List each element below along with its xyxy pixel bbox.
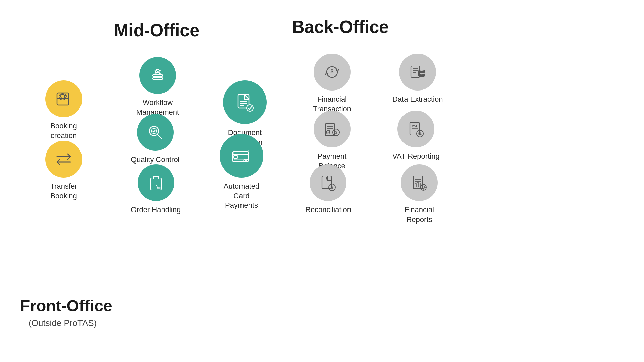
svg-rect-65 [417,182,418,187]
svg-point-2 [61,94,65,98]
vat-label: VAT Reporting [392,152,440,161]
card-label: Automated Card Payments [215,182,268,210]
data-extraction-icon-circle [399,54,436,90]
financial-reports-icon-circle [401,164,438,201]
svg-rect-66 [419,183,420,187]
svg-text:$: $ [326,177,328,181]
order-icon-circle [138,164,174,201]
svg-rect-9 [153,78,163,79]
financial-reports-icon [409,173,429,193]
booking-icon [54,89,74,109]
svg-text:VAT: VAT [412,124,418,128]
order-icon [146,173,166,193]
financial-tx-group: $ Financial Transaction [305,54,359,114]
financial-reports-group: Financial Reports [392,164,446,224]
card-group: Automated Card Payments [215,134,268,210]
quality-icon [145,122,165,142]
svg-rect-3 [59,95,60,97]
card-icon [230,144,253,168]
workflow-group: Workflow Management [131,57,184,117]
svg-text:$: $ [331,69,334,74]
data-extraction-group: Data Extraction [392,54,443,104]
svg-text:%: % [418,132,422,136]
reconciliation-label: Reconciliation [305,205,351,215]
order-group: Order Handling [131,164,181,215]
order-label: Order Handling [131,205,181,215]
vat-icon-circle: VAT % [397,111,434,147]
payment-icon-circle: $ $ [314,111,351,147]
payment-icon: $ $ [322,119,342,139]
vat-icon: VAT % [406,119,426,139]
workflow-icon-circle [139,57,176,94]
transfer-group: Transfer Booking [37,141,91,201]
booking-icon-circle [45,80,82,117]
front-office-header: Front-Office [20,297,112,315]
booking-group: Booking creation [37,80,91,140]
card-icon-circle [220,134,263,178]
transfer-icon [54,149,74,169]
financial-reports-label: Financial Reports [392,205,446,224]
svg-text:$: $ [335,130,337,135]
svg-text:$: $ [331,185,333,190]
svg-point-10 [157,71,159,73]
svg-rect-64 [415,184,416,187]
quality-group: Quality Control [131,114,180,165]
front-office-subheader: (Outside ProTAS) [29,318,97,328]
data-extraction-icon [408,62,428,82]
transfer-label: Transfer Booking [37,182,91,201]
data-extraction-label: Data Extraction [392,95,443,104]
svg-rect-8 [153,75,163,76]
page-container: Mid-Office Back-Office Front-Office (Out… [0,0,644,362]
financial-tx-icon: $ [322,62,342,82]
quality-icon-circle [137,114,174,151]
document-icon-circle [223,80,267,124]
transfer-icon-circle [45,141,82,178]
svg-rect-27 [234,156,238,158]
document-icon [233,90,257,114]
payment-group: $ $ Payment Balance [305,111,359,171]
vat-group: VAT % VAT Reporting [392,111,440,161]
quality-label: Quality Control [131,155,180,165]
reconciliation-icon: $ $ [318,173,338,193]
back-office-header: Back-Office [292,17,389,37]
booking-label: Booking creation [37,121,91,140]
svg-text:$: $ [327,131,329,134]
financial-tx-icon-circle: $ [314,54,351,90]
reconciliation-icon-circle: $ $ [310,164,346,201]
mid-office-header: Mid-Office [114,20,199,40]
workflow-icon [148,65,168,85]
reconciliation-group: $ $ Reconciliation [305,164,351,215]
svg-rect-4 [65,95,66,97]
